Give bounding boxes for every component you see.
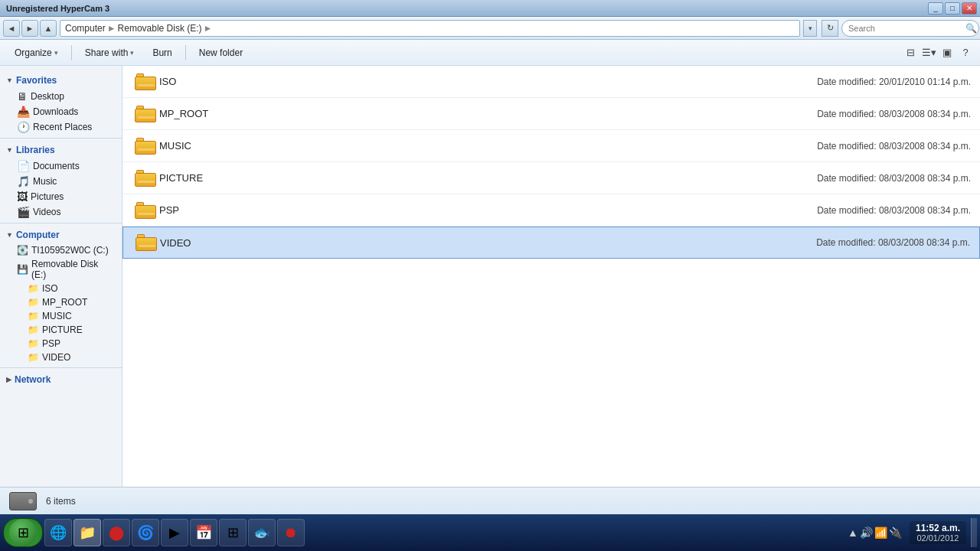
libraries-header[interactable]: ▼ Libraries <box>0 142 122 158</box>
sidebar-item-iso-sub[interactable]: 📁 ISO <box>0 282 122 295</box>
taskbar-fish[interactable]: 🐟 <box>248 519 276 546</box>
path-sep-2: ► <box>204 23 213 34</box>
sidebar-item-recent-places[interactable]: 🕐 Recent Places <box>0 119 122 135</box>
title-bar-controls: _ □ ✕ <box>928 2 977 15</box>
sidebar-item-c-drive[interactable]: 💽 TI105952W0C (C:) <box>0 243 122 257</box>
refresh-button[interactable]: ↻ <box>822 20 838 37</box>
burn-button[interactable]: Burn <box>144 42 180 64</box>
file-icon-iso <box>132 73 159 90</box>
share-with-button[interactable]: Share with ▾ <box>77 42 143 64</box>
file-date-picture: Date modified: 08/03/2008 08:34 p.m. <box>817 173 971 184</box>
file-date-iso: Date modified: 20/01/2010 01:14 p.m. <box>817 77 971 87</box>
taskbar-calendar[interactable]: 📅 <box>190 519 217 546</box>
tray-volume-icon[interactable]: 🔊 <box>860 527 873 539</box>
system-tray: ▲ 🔊 📶 🔌 <box>843 518 906 547</box>
favorites-header[interactable]: ▼ Favorites <box>0 72 122 89</box>
picture-sub-icon: 📁 <box>28 324 39 335</box>
file-row-picture[interactable]: PICTURE Date modified: 08/03/2008 08:34 … <box>122 162 980 194</box>
organize-button[interactable]: Organize ▾ <box>6 42 67 64</box>
sidebar-divider-1 <box>0 138 122 139</box>
close-button[interactable]: ✕ <box>962 2 977 15</box>
tray-power-icon[interactable]: 🔌 <box>889 527 902 539</box>
sidebar-item-music-sub[interactable]: 📁 MUSIC <box>0 309 122 323</box>
preview-pane-button[interactable]: ⊟ <box>902 44 919 61</box>
main-layout: ▼ Favorites 🖥 Desktop 📥 Downloads 🕐 Rece… <box>0 66 980 487</box>
address-path[interactable]: Computer ► Removable Disk (E:) ► <box>60 20 800 37</box>
search-input[interactable] <box>841 20 979 37</box>
taskbar-grid[interactable]: ⊞ <box>219 519 247 546</box>
sidebar-item-desktop[interactable]: 🖥 Desktop <box>0 89 122 104</box>
c-drive-icon: 💽 <box>17 245 28 256</box>
file-icon-picture <box>132 170 159 187</box>
clock[interactable]: 11:52 a.m. 02/01/2012 <box>910 521 966 544</box>
file-date-music: Date modified: 08/03/2008 08:34 p.m. <box>817 141 971 152</box>
sidebar-item-downloads[interactable]: 📥 Downloads <box>0 104 122 119</box>
path-disk: Removable Disk (E:) <box>118 23 202 34</box>
chrome-icon: 🌀 <box>137 524 154 541</box>
sidebar-item-picture-sub[interactable]: 📁 PICTURE <box>0 323 122 337</box>
network-chevron-icon: ▶ <box>6 376 11 383</box>
sidebar-item-documents[interactable]: 📄 Documents <box>0 158 122 174</box>
path-sep-1: ► <box>107 23 116 34</box>
iso-sub-icon: 📁 <box>28 283 39 294</box>
view-controls: ⊟ ☰▾ ▣ ? <box>902 44 974 61</box>
file-name-iso: ISO <box>159 76 817 87</box>
libraries-label: Libraries <box>16 145 55 155</box>
network-header[interactable]: ▶ Network <box>0 371 122 388</box>
video-sub-icon: 📁 <box>28 352 39 363</box>
taskbar-item-3[interactable]: ⬤ <box>103 519 130 546</box>
file-row-iso[interactable]: ISO Date modified: 20/01/2010 01:14 p.m. <box>122 66 980 98</box>
taskbar-media[interactable]: ▶ <box>161 519 188 546</box>
maximize-button[interactable]: □ <box>945 2 960 15</box>
folder-img-music <box>135 138 156 155</box>
file-row-video[interactable]: VIDEO Date modified: 08/03/2008 08:34 p.… <box>122 227 980 259</box>
file-name-mp-root: MP_ROOT <box>159 108 817 119</box>
folder-img-video <box>136 234 157 251</box>
file-row-psp[interactable]: PSP Date modified: 08/03/2008 08:34 p.m. <box>122 194 980 227</box>
clock-date: 02/01/2012 <box>916 533 960 543</box>
e-drive-icon: 💾 <box>17 264 28 275</box>
up-button[interactable]: ▲ <box>40 20 57 37</box>
sidebar-item-video-sub[interactable]: 📁 VIDEO <box>0 350 122 364</box>
sidebar-item-music[interactable]: 🎵 Music <box>0 174 122 189</box>
file-row-music[interactable]: MUSIC Date modified: 08/03/2008 08:34 p.… <box>122 130 980 162</box>
nav-buttons: ◄ ► ▲ <box>3 20 57 37</box>
taskbar-ie[interactable]: 🌐 <box>44 519 72 546</box>
minimize-button[interactable]: _ <box>928 2 943 15</box>
media-player-icon: ▶ <box>169 524 180 541</box>
address-bar: ◄ ► ▲ Computer ► Removable Disk (E:) ► ▾… <box>0 17 980 40</box>
file-row-mp-root[interactable]: MP_ROOT Date modified: 08/03/2008 08:34 … <box>122 98 980 130</box>
taskbar-chrome[interactable]: 🌀 <box>132 519 159 546</box>
record-icon: ⏺ <box>284 525 298 541</box>
back-button[interactable]: ◄ <box>3 20 20 37</box>
sidebar-item-videos[interactable]: 🎬 Videos <box>0 204 122 220</box>
content-area: ISO Date modified: 20/01/2010 01:14 p.m.… <box>122 66 980 487</box>
sidebar-item-mp-root-sub[interactable]: 📁 MP_ROOT <box>0 295 122 309</box>
sidebar-item-e-drive[interactable]: 💾 Removable Disk (E:) <box>0 257 122 282</box>
taskbar-rec[interactable]: ⏺ <box>277 519 305 546</box>
file-name-music: MUSIC <box>159 140 817 152</box>
tray-icon-1[interactable]: ▲ <box>848 527 858 539</box>
sidebar-item-psp-sub[interactable]: 📁 PSP <box>0 337 122 350</box>
tray-network-icon[interactable]: 📶 <box>874 527 887 539</box>
forward-button[interactable]: ► <box>21 20 38 37</box>
taskbar-explorer[interactable]: 📁 <box>74 519 101 546</box>
sidebar-item-pictures[interactable]: 🖼 Pictures <box>0 189 122 204</box>
sidebar-divider-2 <box>0 223 122 223</box>
new-folder-button[interactable]: New folder <box>191 42 251 64</box>
file-name-video: VIDEO <box>160 237 816 249</box>
hdd-icon <box>9 492 37 510</box>
computer-header[interactable]: ▼ Computer <box>0 227 122 243</box>
recent-places-icon: 🕐 <box>17 121 30 133</box>
address-dropdown-button[interactable]: ▾ <box>803 20 817 37</box>
item-count: 6 items <box>46 496 76 507</box>
details-pane-button[interactable]: ▣ <box>939 44 956 61</box>
network-label: Network <box>15 374 51 385</box>
folder-img-iso <box>135 73 156 90</box>
help-button[interactable]: ? <box>957 44 974 61</box>
title-bar-text: Unregistered HyperCam 3 <box>3 4 109 13</box>
view-dropdown-button[interactable]: ☰▾ <box>920 44 937 61</box>
grid-icon: ⊞ <box>227 524 239 541</box>
start-button[interactable]: ⊞ <box>3 518 43 547</box>
show-desktop-button[interactable] <box>971 518 977 547</box>
